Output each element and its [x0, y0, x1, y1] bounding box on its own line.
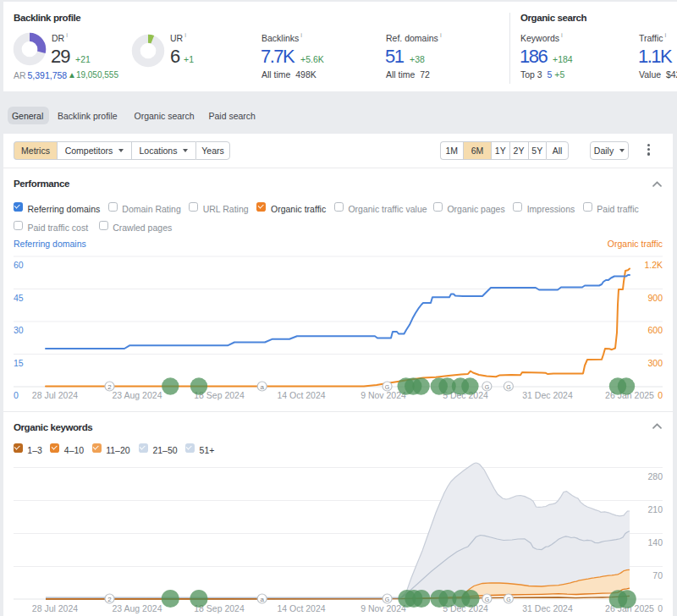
svg-text:Organic traffic: Organic traffic [608, 239, 663, 249]
svg-text:23 Aug 2024: 23 Aug 2024 [113, 390, 162, 400]
svg-text:28 Jul 2024: 28 Jul 2024 [32, 603, 78, 613]
svg-text:0: 0 [14, 390, 19, 400]
svg-text:0: 0 [658, 390, 663, 400]
svg-text:G: G [485, 384, 489, 390]
svg-text:G: G [385, 384, 389, 390]
svg-text:2: 2 [107, 596, 112, 603]
svg-text:9 Nov 2024: 9 Nov 2024 [361, 603, 406, 613]
svg-text:23 Aug 2024: 23 Aug 2024 [113, 603, 162, 613]
svg-text:30: 30 [14, 325, 24, 335]
svg-text:G: G [506, 597, 510, 602]
svg-text:14 Oct 2024: 14 Oct 2024 [277, 603, 325, 613]
svg-text:60: 60 [14, 260, 24, 270]
svg-text:G: G [485, 597, 489, 602]
svg-text:70: 70 [652, 570, 663, 580]
svg-text:a: a [260, 383, 264, 391]
svg-text:31 Dec 2024: 31 Dec 2024 [522, 603, 573, 613]
svg-text:280: 280 [647, 471, 663, 481]
svg-text:G: G [506, 384, 510, 390]
svg-text:600: 600 [647, 325, 663, 335]
svg-text:15: 15 [14, 358, 24, 368]
svg-text:G: G [385, 597, 389, 602]
svg-text:210: 210 [647, 504, 663, 514]
svg-text:900: 900 [647, 293, 663, 303]
svg-text:140: 140 [647, 537, 663, 547]
svg-text:300: 300 [647, 358, 663, 368]
svg-text:28 Jul 2024: 28 Jul 2024 [32, 390, 78, 400]
svg-text:45: 45 [14, 293, 24, 303]
svg-text:14 Oct 2024: 14 Oct 2024 [277, 390, 325, 400]
svg-text:0: 0 [658, 603, 663, 613]
svg-text:2: 2 [107, 383, 112, 391]
svg-text:a: a [260, 596, 264, 603]
svg-text:31 Dec 2024: 31 Dec 2024 [522, 390, 573, 400]
svg-text:1.2K: 1.2K [644, 260, 663, 270]
svg-text:Referring domains: Referring domains [14, 239, 86, 249]
